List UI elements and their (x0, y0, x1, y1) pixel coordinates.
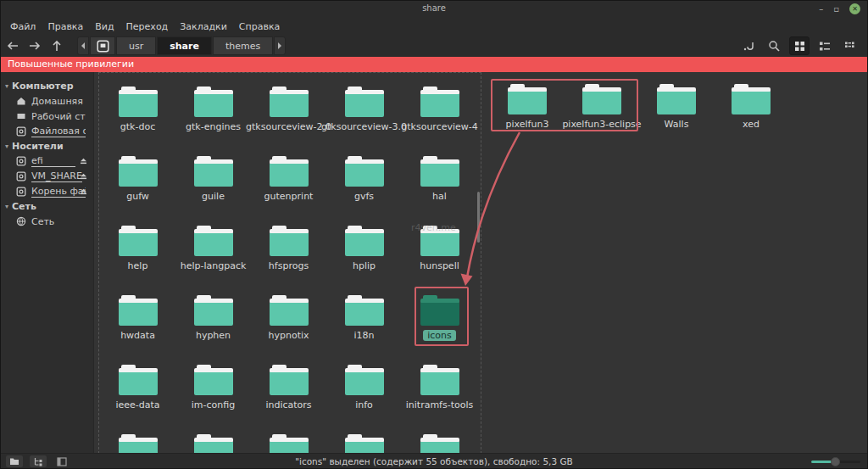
menu-item[interactable]: Справка (233, 20, 286, 34)
breadcrumb-left-chevron[interactable] (77, 36, 89, 55)
grid-view-button[interactable] (789, 36, 810, 55)
folder-icon (119, 87, 158, 117)
menu-item[interactable]: Закладки (174, 20, 233, 34)
folder-item-gtksourceview-2.0[interactable]: gtksourceview-2.0 (251, 80, 326, 149)
search-button[interactable] (764, 36, 784, 55)
folder-item-gufw[interactable]: gufw (100, 149, 175, 219)
menu-item[interactable]: Переход (120, 20, 175, 34)
close-button[interactable]: ✕ (849, 3, 860, 14)
breadcrumb-usr[interactable]: usr (116, 36, 156, 55)
folder-item-xed[interactable]: xed (714, 77, 788, 130)
folder-item-hyphen[interactable]: hyphen (175, 288, 251, 358)
folder-item-im-config[interactable]: im-config (175, 358, 251, 427)
folder-item-pixelfun3[interactable]: pixelfun3 (490, 77, 565, 130)
file-manager-window: share – ▫ ✕ ФайлПравкаВидПереходЗакладки… (0, 0, 868, 469)
eject-icon[interactable] (79, 187, 89, 197)
folder-item-hfsprogs[interactable]: hfsprogs (251, 219, 326, 288)
folder-item-gvfs[interactable]: gvfs (326, 149, 402, 219)
screenshot-region: gtk-docgtk-enginesgtksourceview-2.0gtkso… (98, 72, 481, 453)
folder-item-info[interactable]: info (326, 358, 402, 427)
sidebar-item--[interactable]: Корень файл... (1, 184, 93, 199)
folder-icon (119, 226, 158, 256)
sidebar-item-label: efi (31, 155, 75, 167)
sidebar-item--[interactable]: Рабочий стол (1, 109, 93, 124)
sidebar-section-header[interactable]: ▾Компьютер (1, 79, 93, 93)
folder-item-hypnotix[interactable]: hypnotix (251, 288, 326, 358)
folder-label: gufw (126, 191, 149, 202)
network-icon (16, 216, 27, 227)
folder-item-gtksourceview-3.0[interactable]: gtksourceview-3.0 (326, 80, 402, 149)
menu-item[interactable]: Правка (42, 20, 89, 34)
folder-item-indicators[interactable]: indicators (251, 358, 326, 427)
folder-icon (119, 365, 158, 395)
watermark: r4ven.me (411, 222, 456, 233)
folder-icon (420, 365, 459, 395)
folder-item[interactable] (402, 427, 477, 453)
folder-item-gtk-engines[interactable]: gtk-engines (175, 80, 251, 149)
sidebar-item--[interactable]: Сеть (1, 214, 93, 229)
folder-item-pixelfun3-eclipse[interactable]: pixelfun3-eclipse (565, 77, 639, 130)
folder-item-hal[interactable]: hal (402, 149, 477, 219)
folder-item-gtk-doc[interactable]: gtk-doc (100, 80, 175, 149)
back-button[interactable] (3, 37, 23, 54)
sidebar-item--[interactable]: Домашняя п... (1, 93, 93, 109)
folder-icon (270, 156, 309, 187)
sidebar-section-header[interactable]: ▾Носители (1, 139, 93, 154)
compact-view-button[interactable] (840, 36, 860, 55)
breadcrumb-themes[interactable]: themes (213, 36, 273, 55)
sidebar-item--[interactable]: Файловая си... (1, 124, 93, 139)
folder-icon (420, 87, 459, 117)
folder-item[interactable] (100, 427, 175, 453)
eject-icon[interactable] (79, 156, 89, 166)
folder-label: guile (202, 191, 225, 202)
forward-button[interactable] (25, 37, 45, 54)
folder-item-icons[interactable]: icons (402, 288, 477, 358)
folder-icon (508, 84, 547, 114)
sidebar-item-vm_share[interactable]: VM_SHARE (1, 169, 93, 184)
scrollbar-thumb[interactable] (477, 192, 480, 243)
folder-item-ieee-data[interactable]: ieee-data (100, 358, 175, 427)
folder-item-hwdata[interactable]: hwdata (100, 288, 175, 358)
eject-icon[interactable] (79, 171, 89, 181)
zoom-slider[interactable] (811, 461, 860, 463)
folder-icon (119, 434, 158, 453)
folder-item-hplip[interactable]: hplip (326, 219, 402, 288)
breadcrumb-right-chevron[interactable] (274, 36, 286, 55)
folder-icon (420, 295, 459, 326)
toolbar: usrsharethemes (1, 35, 867, 57)
folder-item-help[interactable]: help (100, 219, 175, 288)
folder-icon (732, 84, 771, 114)
grid-view-icon (794, 41, 805, 52)
up-icon (52, 40, 62, 52)
maximize-button[interactable]: ▫ (833, 3, 839, 14)
folder-item[interactable] (175, 427, 251, 453)
drive-icon (16, 156, 27, 167)
up-button[interactable] (47, 37, 67, 54)
folder-item-i18n[interactable]: i18n (326, 288, 402, 358)
folder-item-help-langpack[interactable]: help-langpack (175, 219, 251, 288)
drive-icon (16, 171, 27, 182)
folder-item-guile[interactable]: guile (175, 149, 251, 219)
folder-item-gtksourceview-4[interactable]: gtksourceview-4 (402, 80, 477, 149)
breadcrumb-computer[interactable] (90, 36, 115, 55)
zoom-slider-knob[interactable] (831, 457, 840, 466)
menu-item[interactable]: Вид (89, 20, 120, 34)
sidebar-item-efi[interactable]: efi (1, 154, 93, 169)
sidebar-section-header[interactable]: ▾Сеть (1, 199, 93, 214)
minimize-button[interactable]: – (819, 3, 823, 14)
location-entry-toggle[interactable] (738, 36, 759, 55)
folder-label: pixelfun3 (506, 119, 549, 130)
breadcrumb-share[interactable]: share (157, 36, 212, 55)
folder-item[interactable] (251, 427, 326, 453)
folder-item-initramfs-tools[interactable]: initramfs-tools (402, 358, 477, 427)
folder-item[interactable] (326, 427, 402, 453)
folder-item-gutenprint[interactable]: gutenprint (251, 149, 326, 219)
sidebar: ▾КомпьютерДомашняя п...Рабочий столФайло… (1, 72, 94, 453)
folder-item-Walls[interactable]: Walls (639, 77, 714, 130)
menu-item[interactable]: Файл (4, 20, 42, 34)
section-caret-icon: ▾ (5, 203, 8, 210)
list-view-button[interactable] (815, 36, 835, 55)
folder-label: icons (423, 330, 456, 341)
folder-icon (194, 434, 233, 453)
compact-view-icon (844, 41, 856, 52)
